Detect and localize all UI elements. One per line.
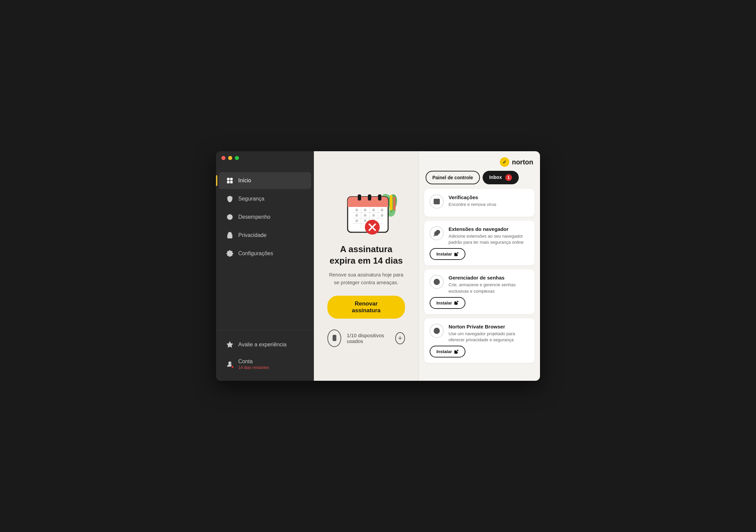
svg-point-50	[435, 282, 436, 283]
sidebar-bottom: Avalie a experiência Conta 14 dias resta…	[216, 330, 314, 381]
main-content: A assinatura expira em 14 dias Renove su…	[314, 151, 418, 381]
right-panel: ✓ norton Painel de controle Inbox 1	[418, 151, 540, 381]
account-icon	[226, 361, 234, 368]
svg-point-27	[355, 209, 358, 211]
svg-point-33	[372, 214, 375, 217]
senhas-icon	[430, 275, 444, 289]
external-link-icon-2	[454, 300, 459, 305]
sidebar: Início Segurança	[216, 151, 314, 381]
svg-point-9	[228, 362, 231, 364]
sidebar-item-configuracoes[interactable]: Configurações	[219, 245, 311, 262]
verificacoes-text: Verificações Encontre e remova vírus	[449, 194, 496, 208]
extensoes-title: Extensões do navegador	[449, 226, 529, 232]
feature-top-browser: Norton Private Browser Use um navegador …	[430, 324, 529, 343]
svg-rect-14	[393, 197, 396, 210]
sidebar-label-avaliar: Avalie a experiência	[238, 342, 287, 348]
sidebar-item-seguranca[interactable]: Segurança	[219, 190, 311, 207]
right-header: ✓ norton	[419, 151, 540, 171]
privacy-icon	[226, 232, 234, 239]
svg-point-31	[355, 214, 358, 217]
svg-point-52	[438, 282, 439, 283]
expiry-illustration	[336, 185, 397, 236]
svg-rect-1	[231, 178, 233, 180]
feature-card-extensoes: Extensões do navegador Adicione extensõe…	[424, 221, 535, 265]
svg-marker-8	[227, 342, 233, 347]
features-list: Verificações Encontre e remova vírus	[419, 189, 540, 381]
sidebar-label-inicio: Início	[238, 178, 251, 184]
sidebar-item-inicio[interactable]: Início	[219, 172, 311, 189]
sidebar-label-configuracoes: Configurações	[238, 250, 273, 257]
svg-rect-0	[227, 178, 230, 180]
svg-rect-18	[358, 194, 361, 201]
account-text-wrap: Conta 14 dias restantes	[238, 358, 269, 370]
main-center: A assinatura expira em 14 dias Renove su…	[314, 151, 418, 381]
install-senhas-button[interactable]: Instalar	[430, 297, 465, 309]
extensoes-text: Extensões do navegador Adicione extensõe…	[449, 226, 529, 245]
account-alert-dot	[231, 365, 234, 369]
sidebar-item-desempenho[interactable]: Desempenho	[219, 209, 311, 225]
norton-logo: ✓ norton	[500, 157, 533, 167]
extensoes-icon	[430, 226, 444, 240]
title-bar	[216, 151, 314, 165]
close-dot[interactable]	[221, 156, 225, 160]
account-label: Conta	[238, 358, 269, 365]
calendar-illustration-svg	[336, 185, 403, 239]
svg-rect-20	[378, 194, 381, 201]
expire-title: A assinatura expira em 14 dias	[327, 244, 405, 267]
tab-row: Painel de controle Inbox 1	[419, 171, 540, 189]
expire-desc: Renove sua assinatura hoje para se prote…	[327, 271, 405, 286]
svg-point-28	[364, 209, 367, 211]
device-icon	[327, 329, 341, 347]
svg-rect-3	[231, 181, 233, 183]
svg-point-30	[381, 209, 383, 211]
norton-check-icon: ✓	[500, 157, 509, 167]
renew-button[interactable]: Renovar assinatura	[327, 296, 405, 319]
add-device-button[interactable]: +	[395, 332, 405, 344]
install-browser-label: Instalar	[436, 349, 452, 354]
external-link-icon-3	[454, 349, 459, 354]
browser-text: Norton Private Browser Use um navegador …	[449, 324, 529, 343]
senhas-title: Gerenciador de senhas	[449, 275, 529, 281]
feature-top-senhas: Gerenciador de senhas Crie, armazene e g…	[430, 275, 529, 294]
svg-point-55	[435, 329, 438, 332]
settings-icon	[226, 250, 234, 257]
sidebar-item-avaliar[interactable]: Avalie a experiência	[219, 336, 311, 353]
svg-rect-19	[368, 194, 371, 201]
install-extensoes-button[interactable]: Instalar	[430, 248, 465, 260]
tab-inbox[interactable]: Inbox 1	[483, 171, 519, 184]
sidebar-label-seguranca: Segurança	[238, 196, 264, 202]
senhas-text: Gerenciador de senhas Crie, armazene e g…	[449, 275, 529, 294]
install-extensoes-label: Instalar	[436, 251, 452, 257]
inbox-badge: 1	[505, 174, 512, 181]
install-browser-button[interactable]: Instalar	[430, 346, 465, 357]
tab-painel[interactable]: Painel de controle	[426, 171, 480, 184]
account-days: 14 dias restantes	[238, 365, 269, 370]
feature-top-extensoes: Extensões do navegador Adicione extensõe…	[430, 226, 529, 245]
svg-point-6	[230, 236, 231, 237]
maximize-dot[interactable]	[235, 156, 239, 160]
svg-rect-17	[348, 203, 388, 207]
norton-label: norton	[512, 158, 533, 166]
browser-desc: Use um navegador projetado para oferecer…	[449, 331, 529, 343]
install-senhas-label: Instalar	[436, 300, 452, 305]
external-link-icon	[454, 252, 459, 257]
sidebar-item-conta[interactable]: Conta 14 dias restantes	[219, 354, 311, 375]
senhas-desc: Crie, armazene e gerencie senhas exclusi…	[449, 282, 529, 294]
svg-point-42	[334, 340, 335, 340]
minimize-dot[interactable]	[228, 156, 232, 160]
sidebar-label-desempenho: Desempenho	[238, 214, 270, 220]
svg-rect-43	[434, 199, 440, 204]
svg-point-29	[372, 209, 375, 211]
star-icon	[226, 341, 234, 348]
svg-point-51	[436, 282, 437, 283]
devices-row: 1/10 dispositivos usados +	[327, 329, 405, 347]
svg-rect-13	[390, 195, 393, 210]
sidebar-item-privacidade[interactable]: Privacidade	[219, 227, 311, 244]
home-icon	[226, 177, 234, 184]
extensoes-desc: Adicione extensões ao seu navegador padr…	[449, 233, 529, 245]
sidebar-label-privacidade: Privacidade	[238, 232, 267, 238]
verificacoes-desc: Encontre e remova vírus	[449, 202, 496, 208]
verificacoes-title: Verificações	[449, 194, 496, 200]
browser-title: Norton Private Browser	[449, 324, 529, 329]
browser-icon	[430, 324, 444, 338]
